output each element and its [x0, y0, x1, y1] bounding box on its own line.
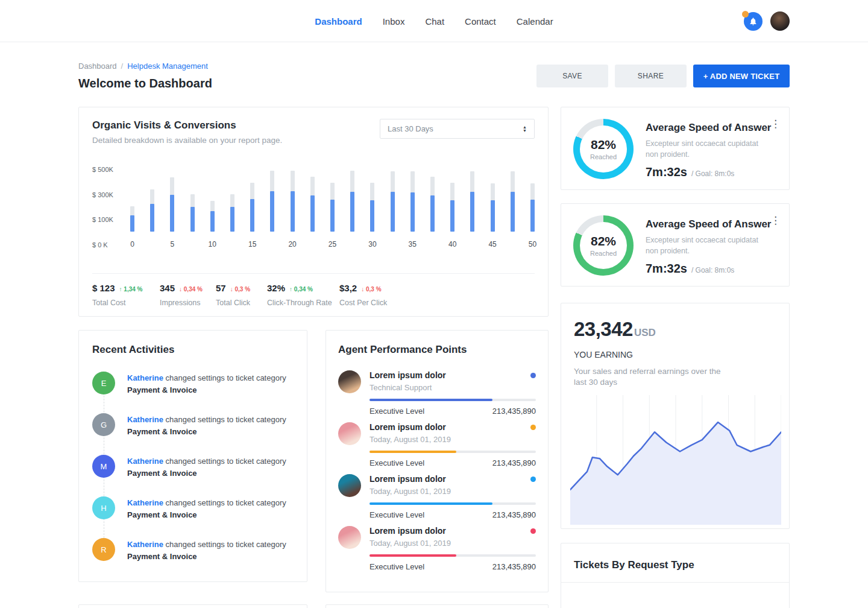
x-axis-tick: 5	[171, 240, 175, 249]
activity-avatar: E	[92, 372, 115, 394]
bar-fill	[190, 207, 195, 232]
agent-list: Lorem ipsum dolorTechnical SupportExecut…	[338, 370, 536, 571]
donut-gauge: 82% Reached	[573, 119, 634, 179]
agent-performance-title: Agent Performance Points	[338, 344, 536, 356]
speed-goal: / Goal: 8m:0s	[691, 169, 734, 178]
top-header: DashboardInboxChatContactCalendar	[0, 0, 868, 42]
activity-item: HKatherine changed settings to ticket ca…	[92, 496, 294, 521]
page: DashboardInboxChatContactCalendar Dashbo…	[0, 0, 868, 608]
activity-user-link[interactable]: Katherine	[127, 540, 163, 549]
x-axis-tick: 20	[288, 240, 296, 249]
card-stub-left	[78, 604, 307, 608]
bar-fill	[270, 191, 274, 232]
stat-label: Total Click	[216, 299, 267, 307]
breadcrumb: Dashboard/Helpdesk Management	[78, 62, 212, 71]
earnings-description: Your sales and referral earnings over th…	[574, 366, 725, 388]
donut-percent: 82%	[591, 234, 616, 249]
share-button[interactable]: SHARE	[615, 65, 687, 87]
x-axis-tick: 0	[130, 240, 134, 249]
activity-avatar: M	[92, 455, 115, 478]
bar-fill	[130, 215, 134, 232]
stat-label: Click-Through Rate	[267, 299, 339, 307]
activity-user-link[interactable]: Katherine	[127, 415, 163, 424]
nav-item-dashboard[interactable]: Dashboard	[315, 16, 362, 26]
x-axis-tick: 25	[329, 240, 336, 249]
activity-item: MKatherine changed settings to ticket ca…	[92, 455, 294, 479]
activity-user-link[interactable]: Katherine	[127, 498, 163, 507]
nav-item-inbox[interactable]: Inbox	[383, 16, 405, 26]
stat-value: 345	[160, 283, 175, 293]
x-axis-tick: 35	[409, 240, 417, 249]
activity-text: Katherine changed settings to ticket cat…	[127, 496, 286, 521]
bar-x40	[450, 183, 454, 232]
earnings-label: YOU EARNING	[574, 350, 776, 359]
agent-item: Lorem ipsum dolorToday, August 01, 2019E…	[338, 474, 536, 519]
donut-reached-label: Reached	[590, 250, 617, 257]
agent-subtitle: Technical Support	[370, 383, 536, 392]
user-avatar[interactable]	[770, 11, 790, 31]
breadcrumb-dashboard[interactable]: Dashboard	[78, 62, 117, 71]
add-new-ticket-button[interactable]: + ADD NEW TICKET	[693, 65, 790, 87]
bar-x0	[130, 206, 134, 232]
activity-avatar: G	[92, 413, 115, 436]
agent-subtitle: Today, August 01, 2019	[370, 539, 536, 548]
breadcrumb-separator: /	[121, 62, 124, 71]
bars-plot: 05101520253035404550	[130, 169, 535, 247]
x-axis-tick: 40	[448, 240, 456, 249]
agent-progress-fill	[370, 451, 456, 453]
agent-name: Lorem ipsum dolor	[370, 474, 446, 484]
bar-fill	[310, 195, 315, 232]
speed-card-title: Average Speed of Answer	[646, 218, 771, 230]
bar-x7.5	[190, 194, 195, 232]
activity-text: Katherine changed settings to ticket cat…	[127, 413, 286, 437]
stat-click-through-rate: 32%↑ 0,34 %Click-Through Rate	[267, 283, 339, 307]
agent-item: Lorem ipsum dolorToday, August 01, 2019E…	[338, 422, 536, 467]
activity-avatar: H	[92, 496, 115, 519]
agent-points: 213,435,890	[492, 562, 536, 571]
agent-name: Lorem ipsum dolor	[370, 370, 446, 380]
nav-item-chat[interactable]: Chat	[425, 16, 444, 26]
bar-x20	[291, 171, 295, 232]
speed-card-description: Excepteur sint occaecat cupidatat non pr…	[646, 235, 769, 256]
activity-text: Katherine changed settings to ticket cat…	[127, 455, 286, 479]
activity-user-link[interactable]: Katherine	[127, 373, 163, 382]
agent-progress-fill	[370, 399, 492, 401]
kebab-menu-icon[interactable]: ⋮	[770, 118, 781, 130]
save-button[interactable]: SAVE	[536, 65, 608, 87]
activity-item: RKatherine changed settings to ticket ca…	[92, 538, 294, 562]
activity-target: Payment & Invoice	[127, 426, 286, 438]
agent-subtitle: Today, August 01, 2019	[370, 435, 536, 444]
notification-dot	[742, 11, 749, 17]
bar-x12.5	[230, 194, 234, 232]
organic-visits-card: Organic Visits & Conversions Detailed br…	[78, 107, 549, 317]
agent-progress-track	[370, 451, 536, 453]
agent-progress-track	[370, 502, 536, 505]
bar-fill	[170, 195, 174, 232]
stat-label: Impressions	[160, 299, 216, 307]
breadcrumb-helpdesk-management[interactable]: Helpdesk Management	[127, 62, 208, 71]
agent-avatar	[338, 370, 361, 393]
bar-fill	[470, 192, 474, 232]
agent-points: 213,435,890	[492, 407, 536, 416]
earnings-line-chart	[570, 395, 780, 527]
stat-value: $3,2	[339, 283, 357, 293]
stat-impressions: 345↓ 0,34 %Impressions	[160, 283, 216, 307]
kebab-menu-icon[interactable]: ⋮	[770, 214, 781, 227]
x-axis-tick: 10	[209, 240, 216, 249]
agent-status-dot	[530, 425, 536, 430]
card-stub-right	[326, 604, 549, 608]
notifications-button[interactable]	[744, 12, 763, 31]
agent-item: Lorem ipsum dolorTechnical SupportExecut…	[338, 370, 536, 416]
agent-progress-fill	[370, 554, 456, 557]
activity-target: Payment & Invoice	[127, 467, 286, 480]
bell-icon	[749, 17, 758, 26]
activity-user-link[interactable]: Katherine	[127, 457, 163, 466]
bar-x22.5	[310, 177, 315, 232]
stat-delta: ↑ 1,34 %	[119, 286, 143, 293]
bar-x47.5	[511, 171, 515, 232]
nav-item-calendar[interactable]: Calendar	[517, 16, 553, 26]
speed-card-title: Average Speed of Answer	[646, 122, 771, 134]
activity-target: Payment & Invoice	[127, 509, 286, 521]
date-range-select[interactable]: Last 30 Days ▲▼	[380, 119, 535, 139]
nav-item-contact[interactable]: Contact	[465, 16, 496, 26]
